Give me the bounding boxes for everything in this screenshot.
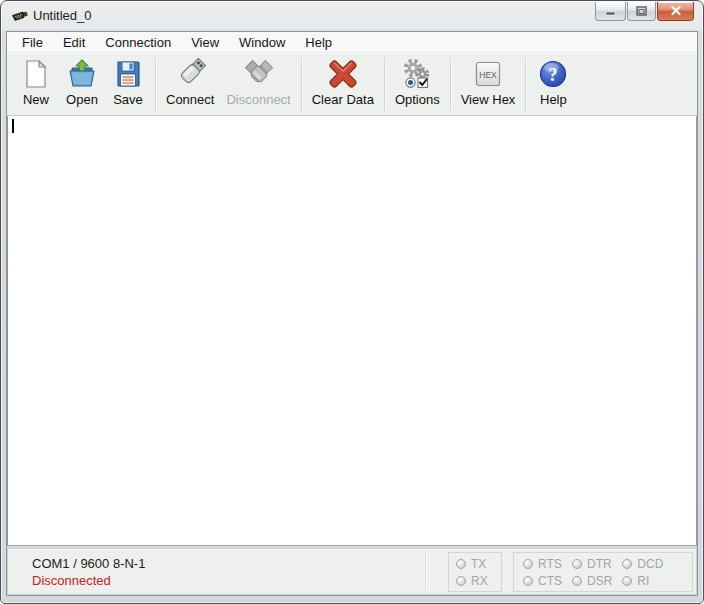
disconnect-button[interactable]: Disconnect	[220, 57, 296, 107]
options-button[interactable]: Options	[389, 57, 446, 107]
dcd-led-icon	[622, 559, 632, 569]
toolbar-separator	[301, 58, 302, 111]
led-group-txrx: TX RX	[448, 552, 502, 592]
led-label: DCD	[637, 557, 663, 571]
clear-data-x-icon	[326, 57, 360, 91]
led-dcd: DCD	[622, 557, 663, 570]
usb-connect-icon	[173, 57, 207, 91]
clear-data-button[interactable]: Clear Data	[306, 57, 380, 107]
ri-led-icon	[622, 576, 632, 586]
rts-led-icon	[523, 559, 533, 569]
close-button[interactable]	[657, 2, 694, 21]
led-dsr: DSR	[572, 574, 612, 587]
toolbar-separator	[155, 58, 156, 111]
led-dtr: DTR	[572, 557, 612, 570]
window-controls	[595, 2, 694, 21]
maximize-button[interactable]	[627, 2, 656, 21]
led-rts: RTS	[523, 557, 562, 570]
status-text: COM1 / 9600 8-N-1 Disconnected	[32, 555, 145, 589]
led-label: RTS	[538, 557, 562, 571]
statusbar-separator	[425, 552, 426, 591]
terminal-output[interactable]	[7, 116, 697, 546]
new-button[interactable]: New	[13, 57, 59, 107]
led-ri: RI	[622, 574, 663, 587]
close-icon	[670, 2, 682, 20]
menu-connection[interactable]: Connection	[95, 33, 181, 52]
menubar: File Edit Connection View Window Help	[7, 32, 697, 53]
app-window: Untitled_0 File Edit Conn	[0, 0, 704, 604]
port-settings: COM1 / 9600 8-N-1	[32, 555, 145, 572]
led-label: RI	[637, 574, 649, 588]
toolbar-label: View Hex	[461, 92, 516, 107]
view-hex-button[interactable]: HEX View Hex	[455, 57, 522, 107]
client-area: File Edit Connection View Window Help Ne…	[6, 31, 698, 596]
titlebar[interactable]: Untitled_0	[1, 1, 703, 31]
toolbar-label: Save	[113, 92, 143, 107]
dtr-led-icon	[572, 559, 582, 569]
open-folder-icon	[65, 57, 99, 91]
help-button[interactable]: ? Help	[530, 57, 576, 107]
hex-icon-text: HEX	[479, 70, 497, 80]
led-label: RX	[471, 574, 488, 588]
help-question-icon: ?	[536, 57, 570, 91]
led-rx: RX	[456, 574, 488, 587]
dsr-led-icon	[572, 576, 582, 586]
menu-help[interactable]: Help	[295, 33, 342, 52]
rx-led-icon	[456, 576, 466, 586]
toolbar-separator	[450, 58, 451, 111]
toolbar-label: Help	[540, 92, 567, 107]
toolbar-label: Connect	[166, 92, 214, 107]
save-button[interactable]: Save	[105, 57, 151, 107]
svg-text:?: ?	[549, 65, 558, 85]
minimize-button[interactable]	[595, 2, 626, 21]
toolbar: New Open	[7, 53, 697, 116]
toolbar-separator	[525, 58, 526, 111]
usb-disconnect-icon	[242, 57, 276, 91]
menu-window[interactable]: Window	[229, 33, 295, 52]
text-caret	[12, 119, 14, 133]
led-tx: TX	[456, 557, 488, 570]
led-group-signals: RTS CTS DTR DSR	[513, 552, 693, 592]
led-label: TX	[471, 557, 486, 571]
serial-connector-icon	[11, 8, 28, 24]
toolbar-label: New	[23, 92, 49, 107]
connection-status: Disconnected	[32, 572, 145, 589]
toolbar-label: Clear Data	[312, 92, 374, 107]
minimize-icon	[605, 2, 616, 20]
connect-button[interactable]: Connect	[160, 57, 220, 107]
led-label: CTS	[538, 574, 562, 588]
toolbar-label: Open	[66, 92, 98, 107]
led-label: DTR	[587, 557, 612, 571]
save-floppy-icon	[111, 57, 145, 91]
window-title: Untitled_0	[33, 8, 92, 23]
statusbar: COM1 / 9600 8-N-1 Disconnected TX RX	[7, 548, 697, 595]
cts-led-icon	[523, 576, 533, 586]
menu-edit[interactable]: Edit	[53, 33, 95, 52]
tx-led-icon	[456, 559, 466, 569]
toolbar-separator	[384, 58, 385, 111]
options-gears-icon	[400, 57, 434, 91]
maximize-icon	[636, 2, 647, 20]
menu-view[interactable]: View	[181, 33, 229, 52]
toolbar-label: Options	[395, 92, 440, 107]
new-document-icon	[19, 57, 53, 91]
toolbar-label: Disconnect	[226, 92, 290, 107]
hex-button-icon: HEX	[471, 57, 505, 91]
led-cts: CTS	[523, 574, 562, 587]
led-label: DSR	[587, 574, 612, 588]
open-button[interactable]: Open	[59, 57, 105, 107]
menu-file[interactable]: File	[12, 33, 53, 52]
